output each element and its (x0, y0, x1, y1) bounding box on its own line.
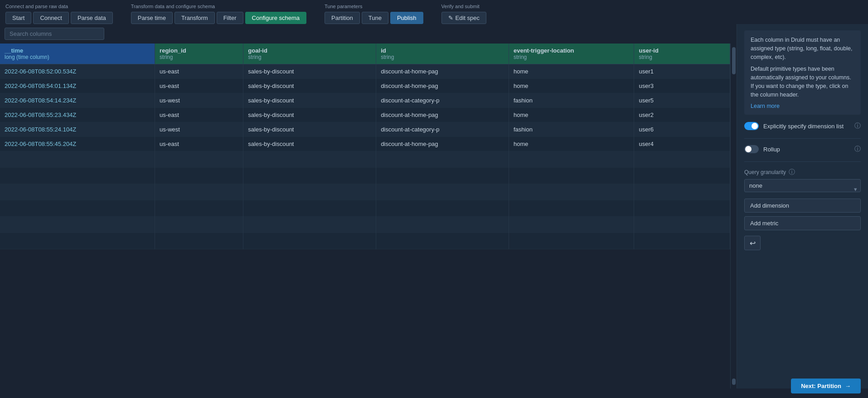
edit-spec-icon: ✎ (448, 15, 453, 21)
add-metric-button[interactable]: Add metric (744, 216, 861, 230)
nav-group-transform: Transform data and configure schema Pars… (131, 4, 306, 24)
learn-more-link[interactable]: Learn more (751, 103, 780, 109)
toggle-knob (752, 123, 758, 129)
btn-partition[interactable]: Partition (325, 12, 360, 24)
table-row: 2022-06-08T08:55:24.104Z us-west sales-b… (0, 122, 730, 137)
query-granularity-label: Query granularity (744, 169, 786, 175)
dimension-info-icon[interactable]: ⓘ (854, 122, 861, 130)
add-dimension-button[interactable]: Add dimension (744, 199, 861, 213)
nav-group-connect-buttons: Start Connect Parse data (5, 12, 113, 24)
table-row-empty (0, 168, 730, 184)
table-row-empty (0, 217, 730, 233)
col-header-time[interactable]: __time long (time column) (0, 44, 155, 64)
back-button[interactable]: ↩ (744, 236, 761, 250)
scrollbar-thumb-bottom (732, 379, 736, 385)
table-row-empty (0, 200, 730, 217)
granularity-select[interactable]: none (744, 179, 861, 192)
rollup-info-icon[interactable]: ⓘ (854, 145, 861, 153)
search-bar-row (0, 24, 737, 44)
table-row: 2022-06-08T08:54:14.234Z us-west sales-b… (0, 93, 730, 108)
btn-edit-spec[interactable]: ✎ Edit spec (441, 12, 486, 24)
rollup-toggle-knob (745, 146, 752, 152)
btn-tune[interactable]: Tune (362, 12, 388, 24)
nav-group-connect-label: Connect and parse raw data (5, 4, 113, 9)
btn-parse-time[interactable]: Parse time (131, 12, 173, 24)
scrollbar-thumb (732, 47, 736, 74)
divider-1 (744, 138, 861, 139)
back-btn-row: ↩ (744, 236, 861, 250)
col-header-goal[interactable]: goal-id string (243, 44, 376, 64)
nav-group-verify-label: Verify and submit (441, 4, 486, 9)
next-partition-button[interactable]: Next: Partition → (791, 379, 861, 393)
table-scrollbar[interactable] (730, 44, 737, 388)
info-box: Each column in Druid must have an assign… (744, 30, 861, 115)
back-arrow-icon: ↩ (750, 239, 756, 248)
nav-group-verify: Verify and submit ✎ Edit spec (441, 4, 486, 24)
btn-start[interactable]: Start (5, 12, 31, 24)
table-row: 2022-06-08T08:52:00.534Z us-east sales-b… (0, 64, 730, 79)
col-header-region[interactable]: region_id string (155, 44, 243, 64)
granularity-select-wrapper: none ▾ (744, 179, 861, 199)
table-row-empty (0, 233, 730, 249)
table-row-empty (0, 151, 730, 168)
rollup-label: Rollup (763, 146, 850, 153)
nav-group-tune-label: Tune parameters (325, 4, 423, 9)
table-row: 2022-06-08T08:54:01.134Z us-east sales-b… (0, 79, 730, 93)
next-arrow-icon: → (845, 383, 851, 389)
nav-group-tune-buttons: Partition Tune Publish (325, 12, 423, 24)
data-table: __time long (time column) region_id stri… (0, 44, 730, 249)
right-panel: Each column in Druid must have an assign… (737, 24, 868, 388)
table-wrapper: __time long (time column) region_id stri… (0, 44, 737, 388)
nav-group-transform-buttons: Parse time Transform Filter Configure sc… (131, 12, 306, 24)
table-row: 2022-06-08T08:55:45.204Z us-east sales-b… (0, 137, 730, 151)
info-text-2: Default primitive types have been automa… (751, 65, 854, 99)
nav-group-connect: Connect and parse raw data Start Connect… (5, 4, 113, 24)
col-header-event[interactable]: event-trigger-location string (509, 44, 634, 64)
table-body: 2022-06-08T08:52:00.534Z us-east sales-b… (0, 64, 730, 249)
nav-group-tune: Tune parameters Partition Tune Publish (325, 4, 423, 24)
btn-publish[interactable]: Publish (390, 12, 423, 24)
main-layout: __time long (time column) region_id stri… (0, 24, 868, 388)
col-header-id[interactable]: id string (376, 44, 509, 64)
left-panel: __time long (time column) region_id stri… (0, 24, 737, 388)
divider-2 (744, 161, 861, 162)
dimension-toggle-label: Explicitly specify dimension list (763, 123, 850, 130)
btn-parse-data[interactable]: Parse data (71, 12, 113, 24)
search-input[interactable] (5, 28, 104, 40)
info-text-1: Each column in Druid must have an assign… (751, 36, 854, 61)
nav-group-transform-label: Transform data and configure schema (131, 4, 306, 9)
edit-spec-label: Edit spec (456, 15, 480, 21)
btn-connect[interactable]: Connect (33, 12, 68, 24)
top-nav: Connect and parse raw data Start Connect… (0, 0, 868, 24)
nav-group-verify-buttons: ✎ Edit spec (441, 12, 486, 24)
rollup-toggle[interactable] (744, 145, 759, 153)
btn-transform[interactable]: Transform (175, 12, 215, 24)
col-header-user[interactable]: user-id string (634, 44, 730, 64)
bottom-bar: Next: Partition → (784, 374, 868, 398)
query-granularity-row: Query granularity ⓘ (744, 168, 861, 176)
dimension-toggle-row: Explicitly specify dimension list ⓘ (744, 122, 861, 130)
dimension-toggle[interactable] (744, 122, 759, 130)
query-granularity-info-icon[interactable]: ⓘ (789, 168, 795, 176)
table-header: __time long (time column) region_id stri… (0, 44, 730, 64)
btn-filter[interactable]: Filter (217, 12, 243, 24)
table-row: 2022-06-08T08:55:23.434Z us-east sales-b… (0, 108, 730, 122)
rollup-toggle-row: Rollup ⓘ (744, 145, 861, 153)
table-row-empty (0, 184, 730, 200)
btn-configure-schema[interactable]: Configure schema (245, 12, 307, 24)
next-button-label: Next: Partition (801, 383, 841, 389)
